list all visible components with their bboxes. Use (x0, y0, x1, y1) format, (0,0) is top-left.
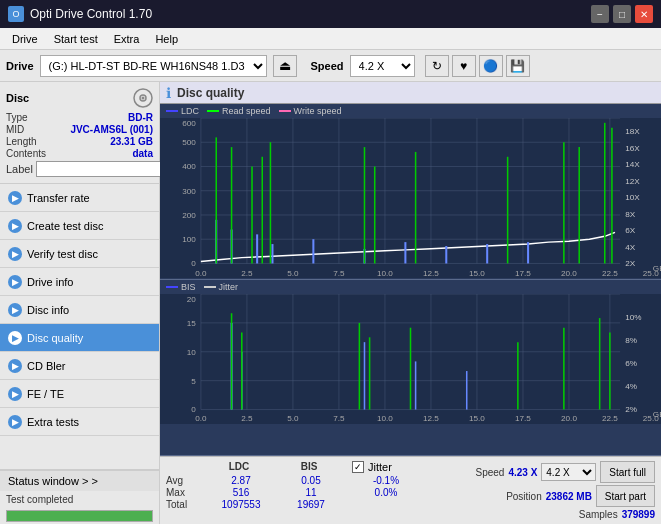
svg-text:6X: 6X (625, 227, 636, 236)
svg-text:12.5: 12.5 (423, 269, 439, 278)
speed-select-small[interactable]: 4.2 X (541, 463, 596, 481)
drive-select[interactable]: (G:) HL-DT-ST BD-RE WH16NS48 1.D3 (40, 55, 267, 77)
info-button[interactable]: 🔵 (479, 55, 503, 77)
transfer-rate-icon: ▶ (8, 191, 22, 205)
progress-bar (6, 510, 153, 522)
row-total-label: Total (166, 499, 206, 510)
menu-start-test[interactable]: Start test (46, 31, 106, 47)
status-text: Test completed (0, 491, 159, 508)
refresh-button[interactable]: ↻ (425, 55, 449, 77)
bis-color (166, 286, 178, 288)
avg-jitter: -0.1% (346, 475, 426, 486)
ldc-color (166, 110, 178, 112)
sidebar-item-create-test-disc[interactable]: ▶ Create test disc (0, 212, 159, 240)
sidebar-item-disc-quality[interactable]: ▶ Disc quality (0, 324, 159, 352)
chart1-container: LDC Read speed Write speed (160, 104, 661, 280)
svg-text:10.0: 10.0 (377, 414, 394, 423)
sidebar-item-extra-tests[interactable]: ▶ Extra tests (0, 408, 159, 436)
max-bis: 11 (276, 487, 346, 498)
svg-text:8%: 8% (625, 336, 637, 345)
svg-text:500: 500 (182, 138, 196, 147)
legend-jitter: Jitter (204, 282, 239, 292)
sidebar-item-drive-info[interactable]: ▶ Drive info (0, 268, 159, 296)
verify-test-disc-icon: ▶ (8, 247, 22, 261)
svg-text:7.5: 7.5 (333, 269, 345, 278)
legend-read-label: Read speed (222, 106, 271, 116)
disc-info-icon: ▶ (8, 303, 22, 317)
start-full-button[interactable]: Start full (600, 461, 655, 483)
create-test-disc-icon: ▶ (8, 219, 22, 233)
samples-value: 379899 (622, 509, 655, 520)
row-avg-label: Avg (166, 475, 206, 486)
sidebar-item-cd-bler[interactable]: ▶ CD Bler (0, 352, 159, 380)
menu-drive[interactable]: Drive (4, 31, 46, 47)
contents-value: data (132, 148, 153, 159)
svg-text:0.0: 0.0 (195, 414, 207, 423)
svg-text:GB: GB (653, 264, 661, 273)
row-max-label: Max (166, 487, 206, 498)
main-area: Disc Type BD-R MID JVC-AMS6L (001) Lengt… (0, 82, 661, 524)
sidebar-item-disc-info[interactable]: ▶ Disc info (0, 296, 159, 324)
disc-quality-icon: ▶ (8, 331, 22, 345)
contents-label: Contents (6, 148, 46, 159)
col-bis: BIS (274, 461, 344, 473)
sidebar-item-transfer-rate[interactable]: ▶ Transfer rate (0, 184, 159, 212)
sidebar-item-fe-te[interactable]: ▶ FE / TE (0, 380, 159, 408)
legend-ldc: LDC (166, 106, 199, 116)
drive-info-icon: ▶ (8, 275, 22, 289)
col-ldc: LDC (204, 461, 274, 473)
status-window-button[interactable]: Status window > > (0, 470, 159, 491)
length-label: Length (6, 136, 37, 147)
chart2-svg: 0 5 10 15 20 2% 4% 6% 8% 10% 0.0 2.5 5.0… (160, 294, 661, 424)
verify-test-disc-label: Verify test disc (27, 248, 98, 260)
svg-text:16X: 16X (625, 144, 640, 153)
mid-value: JVC-AMS6L (001) (70, 124, 153, 135)
speed-stat-value: 4.23 X (508, 467, 537, 478)
svg-text:2.5: 2.5 (241, 269, 253, 278)
drive-label: Drive (6, 60, 34, 72)
svg-text:300: 300 (182, 187, 196, 196)
svg-text:5.0: 5.0 (287, 414, 299, 423)
svg-text:20.0: 20.0 (561, 269, 577, 278)
close-button[interactable]: ✕ (635, 5, 653, 23)
drivebar: Drive (G:) HL-DT-ST BD-RE WH16NS48 1.D3 … (0, 50, 661, 82)
svg-text:18X: 18X (625, 128, 640, 137)
svg-text:4%: 4% (625, 383, 637, 392)
stats-right: Speed 4.23 X 4.2 X Start full Position 2… (475, 461, 655, 520)
type-label: Type (6, 112, 28, 123)
menu-help[interactable]: Help (147, 31, 186, 47)
transfer-rate-label: Transfer rate (27, 192, 90, 204)
sidebar: Disc Type BD-R MID JVC-AMS6L (001) Lengt… (0, 82, 160, 524)
minimize-button[interactable]: − (591, 5, 609, 23)
charts-area: LDC Read speed Write speed (160, 104, 661, 456)
start-part-button[interactable]: Start part (596, 485, 655, 507)
sidebar-item-verify-test-disc[interactable]: ▶ Verify test disc (0, 240, 159, 268)
label-input[interactable] (36, 161, 169, 177)
avg-ldc: 2.87 (206, 475, 276, 486)
svg-text:0: 0 (191, 260, 196, 269)
extra-tests-label: Extra tests (27, 416, 79, 428)
content-area: ℹ Disc quality LDC Read speed (160, 82, 661, 524)
type-value: BD-R (128, 112, 153, 123)
svg-text:GB: GB (653, 410, 661, 419)
write-color (279, 110, 291, 112)
disc-icon (133, 88, 153, 108)
eject-button[interactable]: ⏏ (273, 55, 297, 77)
save-button[interactable]: 💾 (506, 55, 530, 77)
maximize-button[interactable]: □ (613, 5, 631, 23)
svg-text:400: 400 (182, 163, 196, 172)
stats-table: LDC BIS ✓ Jitter Avg 2.87 0.05 -0.1% (166, 461, 469, 511)
legend-write: Write speed (279, 106, 342, 116)
favorite-button[interactable]: ♥ (452, 55, 476, 77)
svg-text:100: 100 (182, 235, 196, 244)
label-field-label: Label (6, 163, 33, 175)
length-value: 23.31 GB (110, 136, 153, 147)
legend-jitter-label: Jitter (219, 282, 239, 292)
disc-section: Disc Type BD-R MID JVC-AMS6L (001) Lengt… (0, 82, 159, 184)
menu-extra[interactable]: Extra (106, 31, 148, 47)
max-jitter: 0.0% (346, 487, 426, 498)
jitter-checkbox[interactable]: ✓ (352, 461, 364, 473)
window-controls: − □ ✕ (591, 5, 653, 23)
speed-select[interactable]: 4.2 X (350, 55, 415, 77)
create-test-disc-label: Create test disc (27, 220, 103, 232)
